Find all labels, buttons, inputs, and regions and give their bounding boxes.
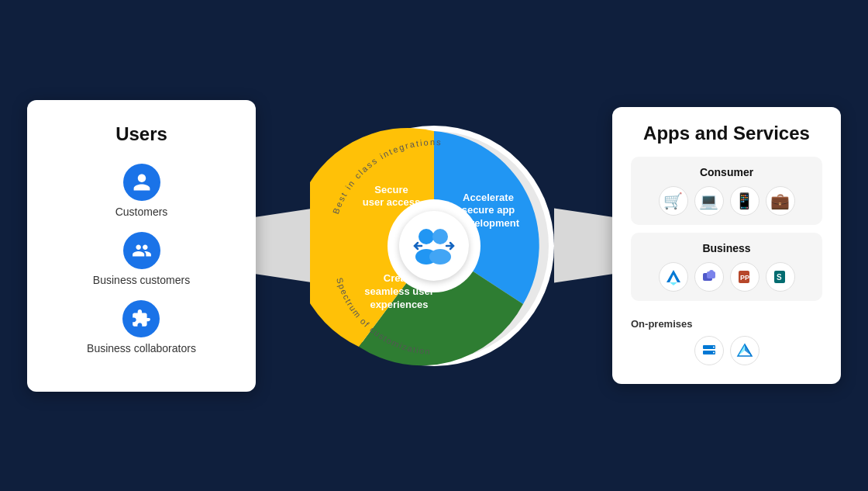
- consumer-icons: 🛒 💻 📱 💼: [643, 186, 810, 216]
- users-center-svg: [409, 221, 459, 271]
- svg-point-20: [713, 347, 715, 348]
- wheel-outer: Best in class integrations Spectrum of c…: [310, 122, 558, 370]
- svg-point-13: [709, 270, 714, 275]
- customers-label: Customers: [115, 206, 168, 218]
- svg-text:S: S: [777, 273, 782, 282]
- center-wheel: Best in class integrations Spectrum of c…: [310, 122, 558, 370]
- business-icon-sharepoint: S: [766, 262, 795, 292]
- apps-services-card: Apps and Services Consumer 🛒 💻 📱 💼 Busin…: [612, 107, 841, 384]
- business-customers-label: Business customers: [93, 274, 190, 286]
- consumer-icon-laptop: 💻: [694, 186, 724, 216]
- on-premises-label: On-premises: [631, 318, 822, 330]
- svg-point-21: [713, 352, 715, 354]
- customers-icon: [123, 164, 160, 201]
- svg-point-8: [429, 249, 451, 265]
- main-container: Users Customers Business customers Busin…: [16, 29, 852, 463]
- svg-point-7: [432, 229, 448, 244]
- business-title: Business: [643, 242, 810, 254]
- wheel-center-icon: [399, 211, 469, 281]
- consumer-icon-cart: 🛒: [659, 186, 688, 216]
- on-premises-container: On-premises: [631, 309, 822, 368]
- business-icons: PPT S: [643, 262, 810, 292]
- business-collaborators-item: Business collaborators: [87, 300, 196, 354]
- apps-services-title: Apps and Services: [631, 123, 822, 144]
- business-customers-item: Business customers: [93, 232, 190, 286]
- on-premises-icon-server: [694, 336, 724, 365]
- svg-text:PPT: PPT: [740, 274, 753, 282]
- business-customers-icon: [123, 232, 160, 269]
- svg-marker-10: [670, 282, 677, 285]
- users-card: Users Customers Business customers Busin…: [27, 100, 256, 392]
- business-collaborators-label: Business collaborators: [87, 342, 196, 354]
- consumer-icon-mobile: 📱: [730, 186, 760, 216]
- business-section: Business PPT S: [631, 233, 822, 301]
- users-card-title: Users: [115, 123, 167, 145]
- svg-point-5: [418, 229, 434, 244]
- business-collaborators-icon: [122, 300, 160, 337]
- customers-item: Customers: [115, 164, 168, 218]
- consumer-icon-briefcase: 💼: [766, 186, 795, 216]
- on-premises-icons: [631, 336, 822, 365]
- svg-marker-9: [666, 270, 680, 282]
- left-connector: [252, 199, 314, 292]
- consumer-section: Consumer 🛒 💻 📱 💼: [631, 157, 822, 225]
- business-icon-powerpoint: PPT: [730, 262, 760, 292]
- right-connector: [554, 199, 616, 292]
- consumer-title: Consumer: [643, 166, 810, 178]
- business-icon-teams: [694, 262, 724, 292]
- business-icon-azure: [659, 262, 688, 292]
- on-premises-icon-pyramid: [730, 336, 760, 365]
